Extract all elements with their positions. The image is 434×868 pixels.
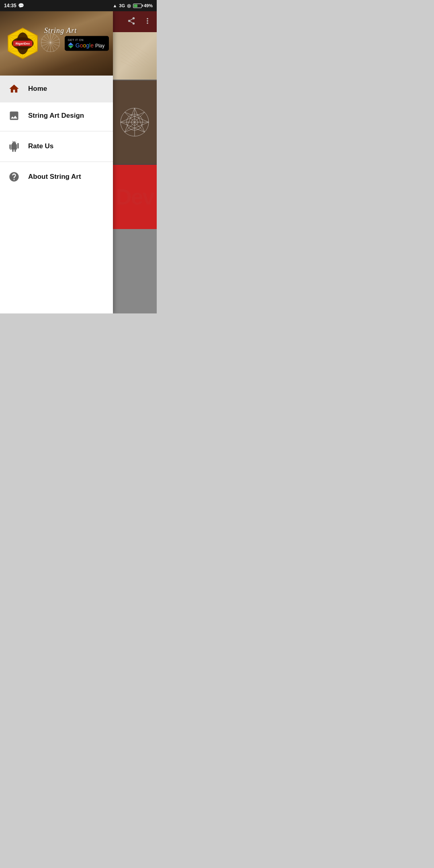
share-button[interactable] [127,16,136,27]
menu-item-string-art-design[interactable]: String Art Design [0,102,113,129]
network-type: 3G [119,3,125,8]
wifi-icon: ◎ [127,3,131,8]
status-right: ▲ 3G ◎ 49% [113,3,153,8]
image-icon [8,110,20,122]
menu-item-rate-us[interactable]: Rate Us [0,133,113,160]
android-icon [8,140,20,152]
help-icon [8,171,20,183]
right-panel: Dev [113,11,157,313]
app-toolbar [113,11,157,32]
drawer-header: RigariDev String Art [0,11,113,76]
navigation-drawer: RigariDev String Art [0,11,113,313]
time: 14:35 [4,3,16,8]
home-icon [8,83,20,95]
messenger-icon: 💬 [18,3,24,8]
menu-label-string-art-design: String Art Design [28,112,84,120]
main-container: RigariDev String Art [0,11,157,313]
gplay-name-text: Google Play [76,42,104,49]
menu-divider-1 [0,131,113,131]
background-image-brand: Dev [113,165,157,229]
gplay-bottom: Google Play [68,42,104,49]
menu-label-rate-us: Rate Us [28,142,53,150]
menu-label-about: About String Art [28,173,81,181]
svg-line-28 [121,53,141,67]
menu-item-home[interactable]: Home [0,76,113,102]
menu-item-about[interactable]: About String Art [0,164,113,190]
google-play-badge[interactable]: GET IT ON Google Play [65,36,109,51]
gplay-top-text: GET IT ON [68,39,84,41]
menu-label-home: Home [28,85,47,93]
background-image-top [113,32,157,80]
battery-percent: 49% [144,3,153,8]
svg-line-24 [125,45,149,63]
more-options-button[interactable] [143,16,152,27]
brand-dev-text: Dev [116,184,154,210]
signal-icon: ▲ [113,3,117,8]
brand-logo: RigariDev [6,27,40,61]
menu-divider-2 [0,162,113,162]
svg-line-27 [121,49,145,67]
svg-text:RigariDev: RigariDev [16,42,30,45]
background-gray [113,229,157,313]
svg-line-30 [121,61,133,67]
battery-icon [133,4,142,8]
string-decoration [39,32,61,55]
status-left: 14:35 💬 [4,3,24,8]
svg-line-25 [129,45,149,59]
background-image-middle [113,80,157,165]
status-bar: 14:35 💬 ▲ 3G ◎ 49% [0,0,157,11]
drawer-menu: Home String Art Design Rat [0,76,113,313]
